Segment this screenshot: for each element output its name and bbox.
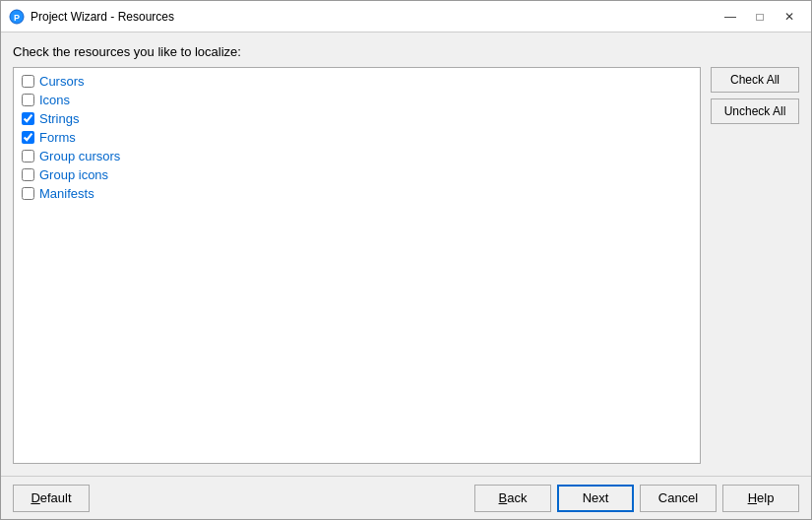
cancel-button[interactable]: Cancel: [640, 485, 717, 512]
footer-left: Default: [13, 485, 468, 512]
icons-label[interactable]: Icons: [39, 93, 70, 107]
help-button[interactable]: Help: [722, 485, 799, 512]
help-label: Help: [748, 490, 775, 505]
list-item[interactable]: Group icons: [22, 167, 692, 182]
close-button[interactable]: ✕: [776, 7, 803, 27]
list-item[interactable]: Forms: [22, 130, 692, 145]
list-item[interactable]: Icons: [22, 93, 692, 107]
minimize-button[interactable]: —: [717, 7, 744, 27]
next-button[interactable]: Next: [557, 485, 634, 512]
svg-text:P: P: [14, 13, 20, 23]
uncheck-all-button[interactable]: Uncheck All: [711, 98, 799, 124]
group-cursors-checkbox[interactable]: [22, 150, 34, 162]
instruction-label: Check the resources you like to localize…: [13, 44, 799, 59]
maximize-button[interactable]: □: [746, 7, 774, 27]
default-button[interactable]: Default: [13, 485, 90, 512]
footer: Default Back Next Cancel Help: [1, 476, 811, 519]
icons-checkbox[interactable]: [22, 94, 34, 106]
content-area: Check the resources you like to localize…: [1, 32, 811, 476]
strings-label[interactable]: Strings: [39, 111, 79, 126]
resources-list: Cursors Icons Strings Forms Group cursor: [13, 67, 701, 464]
group-icons-label[interactable]: Group icons: [39, 167, 108, 182]
title-bar: P Project Wizard - Resources — □ ✕: [1, 1, 811, 32]
forms-label[interactable]: Forms: [39, 130, 76, 145]
window-title: Project Wizard - Resources: [31, 10, 717, 24]
forms-checkbox[interactable]: [22, 131, 34, 144]
group-cursors-label[interactable]: Group cursors: [39, 149, 120, 163]
main-window: P Project Wizard - Resources — □ ✕ Check…: [0, 0, 812, 520]
list-item[interactable]: Manifests: [22, 186, 692, 201]
manifests-label[interactable]: Manifests: [39, 186, 94, 201]
list-item[interactable]: Group cursors: [22, 149, 692, 163]
check-all-button[interactable]: Check All: [711, 67, 799, 93]
default-label: Default: [31, 490, 71, 505]
strings-checkbox[interactable]: [22, 112, 34, 125]
footer-right: Back Next Cancel Help: [474, 485, 799, 512]
back-button[interactable]: Back: [474, 485, 551, 512]
side-buttons-panel: Check All Uncheck All: [711, 67, 799, 464]
app-icon: P: [9, 9, 25, 25]
window-controls: — □ ✕: [717, 7, 803, 27]
manifests-checkbox[interactable]: [22, 187, 34, 200]
list-item[interactable]: Cursors: [22, 74, 692, 89]
back-label: Back: [499, 490, 528, 505]
list-item[interactable]: Strings: [22, 111, 692, 126]
cursors-checkbox[interactable]: [22, 75, 34, 88]
group-icons-checkbox[interactable]: [22, 168, 34, 181]
cursors-label[interactable]: Cursors: [39, 74, 85, 89]
main-panel: Cursors Icons Strings Forms Group cursor: [13, 67, 799, 464]
